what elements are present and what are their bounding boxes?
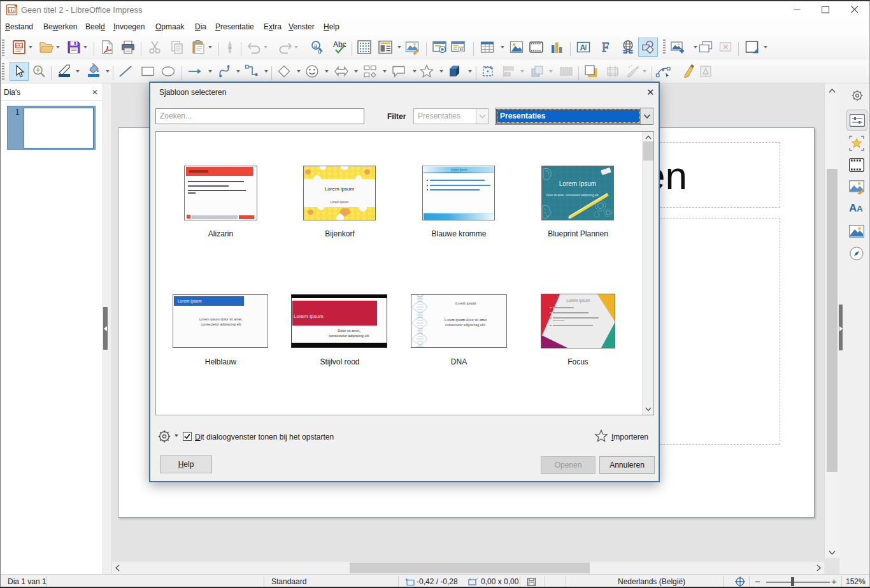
svg-text:A: A <box>580 43 586 52</box>
svg-text:d: d <box>318 48 322 55</box>
svg-text:F: F <box>602 40 609 54</box>
svg-text:a: a <box>314 43 317 49</box>
svg-text:Abc: Abc <box>333 40 346 49</box>
